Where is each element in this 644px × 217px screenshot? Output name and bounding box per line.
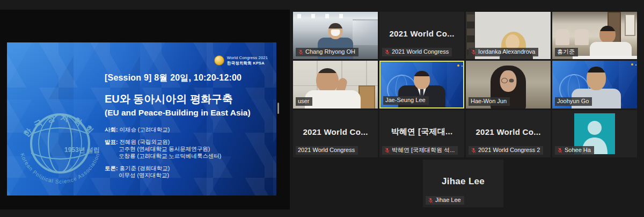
discussant-line-2: 이무성 (명지대학교): [119, 172, 272, 179]
participant-name-label: 2021 World Congress: [382, 48, 452, 56]
session-title-english: (EU and Peace-Building in East Asia): [105, 108, 272, 118]
kpsa-seal-watermark: 한국정치학회 Korean Political Science Associat…: [14, 96, 106, 191]
participant-tile-jihae-lee[interactable]: Jihae Lee Jihae Lee: [423, 160, 503, 207]
muted-mic-icon: [471, 49, 477, 55]
participant-name-label: 홍기준: [555, 48, 578, 56]
gold-medal-icon: [214, 55, 224, 66]
muted-mic-icon: [384, 49, 390, 55]
participant-tile-joohyun-go[interactable]: Joohyun Go: [552, 61, 637, 108]
world-congress-badge: World Congress 2021 한국정치학회 KPSA: [214, 55, 268, 66]
participant-name-label: 2021 World Congress 2: [469, 146, 543, 155]
participant-tile-hae-won-jun[interactable]: Hae-Won Jun: [466, 61, 551, 108]
participant-tile-chang-rhyong-oh[interactable]: Chang Rhyong OH: [293, 12, 378, 59]
shared-screen-pane: World Congress 2021 한국정치학회 KPSA: [0, 10, 290, 209]
participant-tile-park-hye-yeon[interactable]: 박혜연 [국제대... 박혜연 [국제대학원 석...: [379, 110, 464, 157]
presenter-line-2: 고주현 (연세대학교 동서문제연구원): [119, 146, 272, 153]
muted-mic-icon: [471, 147, 477, 154]
participant-name-label: 박혜연 [국제대학원 석...: [382, 146, 458, 155]
zoom-meeting-window: World Congress 2021 한국정치학회 KPSA: [0, 0, 644, 217]
session-heading: [Session 9] 8월 20일, 10:20-12:00: [105, 73, 272, 84]
participant-name-label: Hae-Won Jun: [469, 97, 510, 106]
presenter-line-3: 오창룡 (고려대학교 노르딕베네룩스센터): [119, 153, 272, 160]
muted-mic-icon: [428, 197, 434, 204]
muted-mic-icon: [384, 147, 390, 154]
participant-tile-jae-seung-lee-active-speaker[interactable]: Jae-Seung Lee: [379, 61, 464, 108]
discussant-line-1: 토론: 홍기준 (경희대학교): [105, 165, 272, 172]
participant-name-label: Sohee Ha: [555, 146, 594, 155]
kpsa-mini-logo: [457, 64, 459, 67]
participant-tile-hong-ki-jun[interactable]: 홍기준: [552, 12, 637, 59]
participant-name-label: Jae-Seung Lee: [383, 96, 429, 105]
participant-name-label: user: [296, 97, 312, 106]
participant-tile-iordanka-alexandrova[interactable]: Iordanka Alexandrova: [466, 12, 551, 59]
pane-resize-handle[interactable]: [277, 103, 279, 114]
badge-text: World Congress 2021 한국정치학회 KPSA: [227, 55, 268, 66]
participant-tile-2021-world-congress-share[interactable]: 2021 World Co... 2021 World Congress: [293, 110, 378, 157]
participant-tile-sohee-ha[interactable]: Sohee Ha: [552, 110, 637, 157]
muted-mic-icon: [557, 147, 563, 154]
participant-tile-2021-world-congress-2[interactable]: 2021 World Co... 2021 World Congress 2: [466, 110, 551, 157]
svg-text:1953년 설립: 1953년 설립: [64, 146, 100, 154]
muted-mic-icon: [298, 49, 304, 55]
participant-tile-user[interactable]: user: [293, 61, 378, 108]
presentation-slide: World Congress 2021 한국정치학회 KPSA: [7, 42, 276, 196]
participant-name-label: Jihae Lee: [426, 196, 464, 205]
participant-name-label: Joohyun Go: [555, 97, 592, 106]
moderator-line: 사회: 이재승 (고려대학교): [105, 126, 272, 133]
participant-tile-2021-world-congress[interactable]: 2021 World Co... 2021 World Congress: [379, 12, 464, 59]
participant-name-label: Iordanka Alexandrova: [469, 48, 538, 56]
presenter-line-1: 발표: 전혜원 (국립외교원): [105, 139, 272, 146]
session-title-korean: EU와 동아시아의 평화구축: [105, 92, 272, 106]
participant-name-label: 2021 World Congress: [296, 146, 358, 155]
participant-name-label: Chang Rhyong OH: [296, 48, 358, 56]
kpsa-mini-logo: [631, 63, 633, 66]
